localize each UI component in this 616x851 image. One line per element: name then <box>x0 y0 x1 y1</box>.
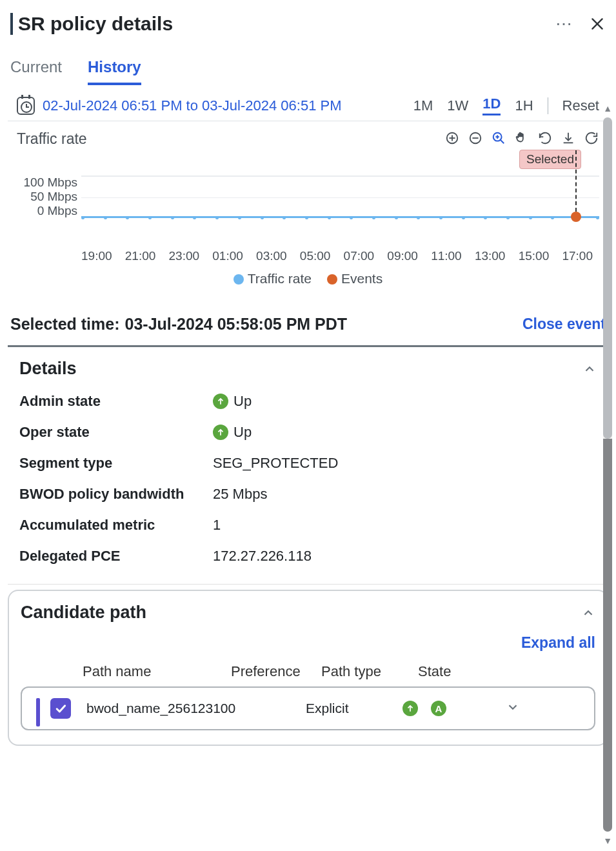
close-event-button[interactable]: Close event <box>522 315 606 333</box>
legend-label-events: Events <box>341 271 383 286</box>
segment-type-value: SEG_PROTECTED <box>213 455 597 472</box>
x-tick: 13:00 <box>475 249 506 263</box>
chart-title: Traffic rate <box>17 130 87 148</box>
x-tick: 09:00 <box>387 249 418 263</box>
tab-bar: Current History <box>8 35 608 85</box>
scrollbar[interactable] <box>603 117 612 746</box>
y-tick: 0 Mbps <box>37 204 77 218</box>
x-tick: 03:00 <box>256 249 287 263</box>
candidate-path-table-header: Path name Preference Path type State <box>21 652 595 686</box>
zoom-out-icon[interactable] <box>468 130 483 146</box>
col-path-name: Path name <box>83 663 231 680</box>
preset-1d[interactable]: 1D <box>482 95 501 115</box>
accumulated-metric-value: 1 <box>213 517 597 534</box>
selected-time-label: Selected time: <box>10 315 120 334</box>
more-actions-icon[interactable]: ⋯ <box>555 14 573 34</box>
date-range-selector[interactable]: 02-Jul-2024 06:51 PM to 03-Jul-2024 06:5… <box>43 97 342 114</box>
selected-marker-badge: Selected <box>519 150 581 169</box>
preset-1w[interactable]: 1W <box>447 97 468 114</box>
event-marker[interactable] <box>571 212 581 222</box>
col-preference: Preference <box>231 663 321 680</box>
expand-all-button[interactable]: Expand all <box>21 634 595 652</box>
collapse-candidate-icon[interactable] <box>581 606 595 620</box>
admin-state-value: Up <box>233 393 252 410</box>
zoom-in-icon[interactable] <box>444 130 460 146</box>
legend-swatch-traffic <box>233 274 244 285</box>
details-section-title: Details <box>19 359 77 379</box>
reset-range-button[interactable]: Reset <box>562 97 599 114</box>
zoom-select-icon[interactable] <box>491 130 506 146</box>
y-tick: 50 Mbps <box>30 190 77 204</box>
oper-state-label: Oper state <box>19 424 213 441</box>
preset-1h[interactable]: 1H <box>515 97 533 114</box>
candidate-path-row[interactable]: bwod_name_256123100 Explicit A <box>21 686 595 730</box>
x-tick: 07:00 <box>344 249 375 263</box>
close-panel-button[interactable] <box>589 15 606 32</box>
bwod-bandwidth-label: BWOD policy bandwidth <box>19 486 213 503</box>
delegated-pce-label: Delegated PCE <box>19 548 213 565</box>
y-tick: 100 Mbps <box>24 175 77 190</box>
download-icon[interactable] <box>561 130 576 146</box>
legend-swatch-events <box>327 274 337 285</box>
page-title: SR policy details <box>10 13 173 35</box>
col-path-type: Path type <box>321 663 418 680</box>
delegated-pce-value: 172.27.226.118 <box>213 548 597 565</box>
event-marker-line <box>575 150 577 212</box>
selected-time-value: 03-Jul-2024 05:58:05 PM PDT <box>125 315 348 334</box>
candidate-path-section-title: Candidate path <box>21 603 146 623</box>
segment-type-label: Segment type <box>19 455 213 472</box>
path-name-value: bwod_name_256123100 <box>86 701 306 716</box>
scroll-up-arrow-icon[interactable]: ▲ <box>603 103 612 114</box>
x-tick: 21:00 <box>125 249 156 263</box>
path-type-value: Explicit <box>306 701 402 716</box>
accumulated-metric-label: Accumulated metric <box>19 517 213 534</box>
active-badge-icon: A <box>431 701 446 716</box>
chart-toolbar <box>444 130 599 146</box>
tab-history[interactable]: History <box>88 58 141 85</box>
x-tick: 17:00 <box>562 249 593 263</box>
x-tick: 23:00 <box>169 249 200 263</box>
y-axis: 100 Mbps 50 Mbps 0 Mbps <box>17 175 81 218</box>
divider <box>548 97 548 114</box>
bwod-bandwidth-value: 25 Mbps <box>213 486 597 503</box>
path-selected-checkbox[interactable] <box>50 698 71 719</box>
arrow-up-icon <box>402 701 418 716</box>
x-tick: 19:00 <box>81 249 112 263</box>
oper-state-value: Up <box>233 424 252 441</box>
pan-icon[interactable] <box>514 130 530 146</box>
preset-1m[interactable]: 1M <box>413 97 433 114</box>
admin-state-label: Admin state <box>19 393 213 410</box>
x-tick: 05:00 <box>300 249 331 263</box>
svg-line-8 <box>501 140 504 144</box>
reset-zoom-icon[interactable] <box>584 130 599 146</box>
chart-legend: Traffic rate Events <box>17 271 599 286</box>
collapse-details-icon[interactable] <box>582 362 597 376</box>
active-path-indicator <box>36 698 40 726</box>
tab-current[interactable]: Current <box>10 58 62 85</box>
calendar-clock-icon[interactable] <box>17 97 35 115</box>
x-axis: 19:00 21:00 23:00 01:00 03:00 05:00 07:0… <box>81 240 599 263</box>
scrollbar-thumb[interactable] <box>603 117 612 439</box>
x-tick: 15:00 <box>519 249 550 263</box>
arrow-up-icon <box>213 425 228 440</box>
scrollbar-thumb[interactable] <box>603 439 612 746</box>
arrow-up-icon <box>213 394 228 409</box>
legend-label-traffic: Traffic rate <box>248 271 312 286</box>
x-tick: 01:00 <box>212 249 243 263</box>
expand-row-icon[interactable] <box>506 700 544 717</box>
traffic-rate-chart[interactable]: 100 Mbps 50 Mbps 0 Mbps <box>17 175 599 240</box>
refresh-icon[interactable] <box>537 130 553 146</box>
x-tick: 11:00 <box>431 249 462 263</box>
col-state: State <box>418 663 521 680</box>
